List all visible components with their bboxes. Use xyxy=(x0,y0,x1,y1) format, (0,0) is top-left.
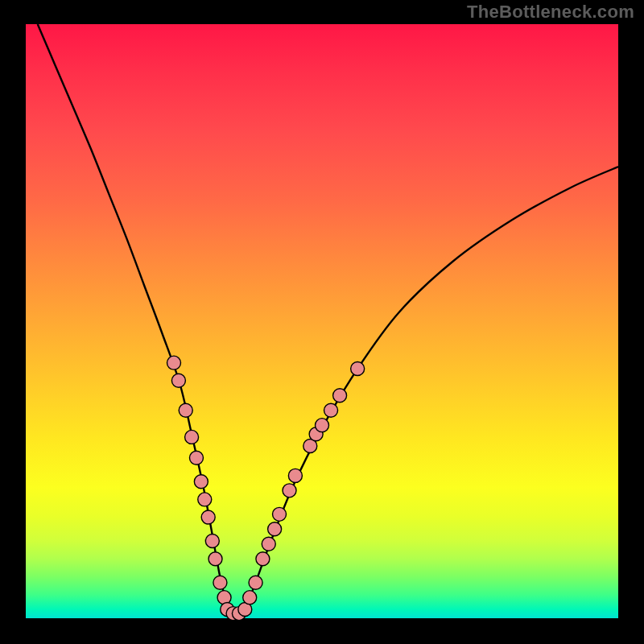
plot-area xyxy=(26,24,618,618)
curve-marker xyxy=(283,484,296,497)
curve-marker xyxy=(273,507,287,521)
curve-marker xyxy=(179,403,192,417)
chart-frame: TheBottleneck.com xyxy=(0,0,644,644)
curve-line xyxy=(38,24,618,617)
curve-marker xyxy=(324,403,338,417)
curve-marker xyxy=(198,493,212,506)
curve-marker xyxy=(268,522,282,536)
watermark-text: TheBottleneck.com xyxy=(467,0,634,24)
curve-marker xyxy=(333,389,347,402)
curve-marker xyxy=(243,591,257,605)
curve-marker xyxy=(262,537,275,551)
curve-marker xyxy=(249,576,262,589)
curve-marker xyxy=(351,362,365,376)
curve-marker xyxy=(288,469,302,482)
curve-marker xyxy=(167,356,181,369)
curve-markers xyxy=(167,356,365,620)
curve-marker xyxy=(256,552,270,566)
bottleneck-curve xyxy=(26,24,618,618)
curve-marker xyxy=(189,451,203,464)
curve-marker xyxy=(201,510,215,524)
curve-marker xyxy=(171,374,185,387)
curve-marker xyxy=(185,430,199,444)
curve-marker xyxy=(208,552,222,566)
curve-marker xyxy=(194,475,208,489)
curve-marker xyxy=(205,535,219,548)
curve-marker xyxy=(316,419,329,432)
curve-marker xyxy=(213,576,227,589)
